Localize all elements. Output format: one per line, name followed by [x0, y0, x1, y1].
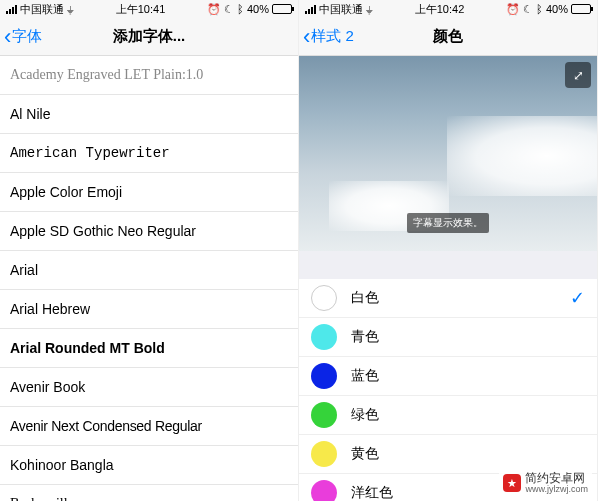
left-screen: 中国联通 ⏚ 上午10:41 ⏰ ☾ ᛒ 40% ‹ 字体 添加字体... Ac…: [0, 0, 299, 501]
color-row[interactable]: 蓝色: [299, 357, 597, 396]
nav-bar-right: ‹ 样式 2 颜色: [299, 18, 597, 56]
page-title: 添加字体...: [0, 27, 298, 46]
cloud-decoration: [447, 116, 597, 196]
color-label: 白色: [351, 289, 570, 307]
carrier-label: 中国联通: [20, 2, 64, 17]
watermark-url: www.jylzwj.com: [525, 485, 588, 495]
wifi-icon: ⏚: [366, 3, 373, 15]
subtitle-sample: 字幕显示效果。: [407, 213, 489, 233]
back-label: 样式 2: [311, 27, 354, 46]
status-bar-left: 中国联通 ⏚ 上午10:41 ⏰ ☾ ᛒ 40%: [0, 0, 298, 18]
font-row[interactable]: Arial Hebrew: [0, 290, 298, 329]
color-swatch: [311, 363, 337, 389]
nav-bar-left: ‹ 字体 添加字体...: [0, 18, 298, 56]
color-row[interactable]: 黄色: [299, 435, 597, 474]
alarm-icon: ⏰: [207, 3, 221, 16]
color-row[interactable]: 青色: [299, 318, 597, 357]
do-not-disturb-icon: ☾: [224, 3, 234, 16]
color-row[interactable]: 绿色: [299, 396, 597, 435]
font-row[interactable]: Baskerville: [0, 485, 298, 501]
status-time: 上午10:41: [116, 2, 166, 17]
font-list: Academy Engraved LET Plain:1.0Al NileAme…: [0, 56, 298, 501]
chevron-left-icon: ‹: [303, 24, 310, 50]
wifi-icon: ⏚: [67, 3, 74, 15]
battery-percent: 40%: [546, 3, 568, 15]
color-swatch: [311, 480, 337, 501]
color-label: 青色: [351, 328, 585, 346]
back-label: 字体: [12, 27, 42, 46]
status-bar-right: 中国联通 ⏚ 上午10:42 ⏰ ☾ ᛒ 40%: [299, 0, 597, 18]
signal-icon: [6, 5, 17, 14]
font-row[interactable]: Kohinoor Bangla: [0, 446, 298, 485]
chevron-left-icon: ‹: [4, 24, 11, 50]
font-row[interactable]: Apple SD Gothic Neo Regular: [0, 212, 298, 251]
section-spacer: [299, 251, 597, 279]
checkmark-icon: ✓: [570, 287, 585, 309]
font-row[interactable]: Al Nile: [0, 95, 298, 134]
font-row[interactable]: American Typewriter: [0, 134, 298, 173]
font-row[interactable]: Arial Rounded MT Bold: [0, 329, 298, 368]
watermark: ★ 简约安卓网 www.jylzwj.com: [499, 470, 592, 497]
color-swatch: [311, 285, 337, 311]
font-row[interactable]: Academy Engraved LET Plain:1.0: [0, 56, 298, 95]
color-list: 白色✓青色蓝色绿色黄色洋红色红色: [299, 279, 597, 501]
bluetooth-icon: ᛒ: [237, 3, 244, 15]
battery-icon: [571, 4, 591, 14]
signal-icon: [305, 5, 316, 14]
color-label: 绿色: [351, 406, 585, 424]
alarm-icon: ⏰: [506, 3, 520, 16]
font-row[interactable]: Avenir Book: [0, 368, 298, 407]
carrier-label: 中国联通: [319, 2, 363, 17]
color-row[interactable]: 白色✓: [299, 279, 597, 318]
preview-area: ⤢ 字幕显示效果。: [299, 56, 597, 251]
bluetooth-icon: ᛒ: [536, 3, 543, 15]
expand-icon: ⤢: [573, 68, 584, 83]
color-swatch: [311, 402, 337, 428]
font-row[interactable]: Arial: [0, 251, 298, 290]
color-label: 蓝色: [351, 367, 585, 385]
color-swatch: [311, 441, 337, 467]
watermark-logo-icon: ★: [503, 474, 521, 492]
do-not-disturb-icon: ☾: [523, 3, 533, 16]
back-button[interactable]: ‹ 样式 2: [299, 24, 354, 50]
font-row[interactable]: Apple Color Emoji: [0, 173, 298, 212]
color-label: 黄色: [351, 445, 585, 463]
back-button[interactable]: ‹ 字体: [0, 24, 42, 50]
font-row[interactable]: Avenir Next Condensed Regular: [0, 407, 298, 446]
right-screen: 中国联通 ⏚ 上午10:42 ⏰ ☾ ᛒ 40% ‹ 样式 2 颜色 ⤢ 字幕显…: [299, 0, 598, 501]
status-time: 上午10:42: [415, 2, 465, 17]
battery-icon: [272, 4, 292, 14]
color-swatch: [311, 324, 337, 350]
battery-percent: 40%: [247, 3, 269, 15]
expand-button[interactable]: ⤢: [565, 62, 591, 88]
